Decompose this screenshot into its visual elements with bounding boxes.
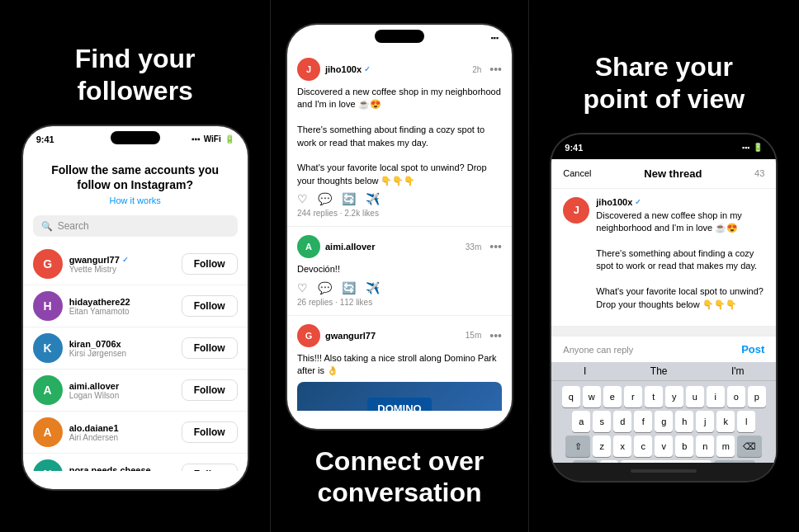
key-s[interactable]: s [593,411,611,432]
post-2-username: aimi.allover [325,242,376,252]
key-d[interactable]: d [613,411,631,432]
how-it-works-link[interactable]: How it works [36,195,234,205]
user-item-0: G gwangurl77 ✓ Yvette Mistry Follow [23,243,248,285]
follow-button-2[interactable]: Follow [182,337,238,359]
key-u[interactable]: u [686,386,704,407]
left-phone: 9:41 ▪▪▪ WiFi 🔋 Follow the same accounts… [23,126,248,489]
verified-badge-0: ✓ [122,256,129,264]
key-j[interactable]: j [696,411,714,432]
follow-button-3[interactable]: Follow [182,379,238,401]
key-a[interactable]: a [572,411,590,432]
post-2-comment-icon[interactable]: 💬 [318,281,332,294]
key-x[interactable]: x [613,435,631,457]
center-signal-icon: ▪▪▪ [490,34,499,42]
left-status-icons: ▪▪▪ WiFi 🔋 [191,134,234,144]
key-l[interactable]: l [737,411,755,432]
key-c[interactable]: c [634,435,652,457]
key-shift[interactable]: ⇧ [565,435,590,457]
post-3-more-icon[interactable]: ••• [489,329,502,342]
key-e[interactable]: e [603,386,622,407]
post-1-stats: 244 replies · 2.2k likes [297,209,502,218]
user-item-5: N nora.needs.cheese Myka Mercado Follow [23,454,248,471]
post-1-more-icon[interactable]: ••• [489,63,502,76]
key-y[interactable]: y [665,386,683,407]
center-panel: 9:41 ▪▪▪ J jiho100x ✓ 2h ••• Discovered … [270,0,528,532]
user-avatar-2: K [33,333,63,363]
left-notch [111,131,160,144]
follow-button-4[interactable]: Follow [182,421,238,443]
cancel-button[interactable]: Cancel [563,168,591,178]
search-bar[interactable]: 🔍 Search [33,215,238,237]
post-1-user-label: jiho100x ✓ [325,64,371,74]
key-i[interactable]: i [707,386,725,407]
follow-button-5[interactable]: Follow [182,464,238,471]
key-g[interactable]: g [655,411,673,432]
center-home-indicator [366,417,433,421]
key-q[interactable]: q [562,386,580,407]
post-2-header: A aimi.allover 33m ••• [297,235,502,258]
key-b[interactable]: b [675,435,693,457]
key-p[interactable]: p [748,386,766,407]
post-1-time: 2h [472,65,481,74]
right-phone-bottom [551,463,776,481]
user-info-2: kiran_0706x Kirsi Jørgensen [69,339,175,358]
center-phone-bottom [287,411,512,429]
left-status-time: 9:41 [36,134,54,144]
user-realname-3: Logan Wilson [69,391,175,400]
repost-icon[interactable]: 🔄 [342,192,356,205]
predictive-the[interactable]: The [650,365,668,377]
like-icon[interactable]: ♡ [297,192,308,205]
right-phone-body: Cancel New thread 43 J jiho100x ✓ Discov… [551,159,776,463]
wifi-icon: WiFi [204,134,221,144]
post-2-share-icon[interactable]: ✈️ [366,281,380,294]
center-status-bar: 9:41 ▪▪▪ [287,25,512,49]
follow-button-0[interactable]: Follow [182,253,238,275]
compose-text[interactable]: Discovered a new coffee shop in my neigh… [596,210,764,311]
predictive-i[interactable]: I [584,365,586,377]
key-w[interactable]: w [583,386,601,407]
right-phone: 9:41 ▪▪▪ 🔋 Cancel New thread 43 J [551,134,776,481]
key-n[interactable]: n [696,435,714,457]
key-r[interactable]: r [624,386,642,407]
key-v[interactable]: v [655,435,673,457]
domino-sugar-text: DOMINOSUGAR [367,398,431,411]
compose-user-row: J jiho100x ✓ Discovered a new coffee sho… [563,197,764,311]
key-f[interactable]: f [634,411,652,432]
keyboard-row-3: ⇧ z x c v b n m ⌫ [555,435,773,457]
user-name-0: gwangurl77 ✓ [69,255,175,265]
post-3: G gwangurl77 15m ••• This!!! Also taking… [287,316,512,411]
predictive-im[interactable]: I'm [731,365,745,377]
user-name-5: nora.needs.cheese [69,465,175,471]
key-o[interactable]: o [727,386,745,407]
user-info-3: aimi.allover Logan Wilson [69,381,175,400]
key-m[interactable]: m [716,435,735,457]
follow-button-1[interactable]: Follow [182,295,238,317]
predictive-bar: I The I'm [551,362,776,381]
right-headline: Share yourpoint of view [584,51,745,115]
post-2-repost-icon[interactable]: 🔄 [342,281,356,294]
center-headline: Connect overconversation [315,445,484,509]
post-2-like-icon[interactable]: ♡ [297,281,308,294]
right-status-icons: ▪▪▪ 🔋 [742,143,764,152]
user-name-2: kiran_0706x [69,339,175,349]
key-h[interactable]: h [675,411,693,432]
right-notch [639,139,688,153]
left-panel: Find yourfollowers 9:41 ▪▪▪ WiFi 🔋 Follo… [0,0,270,532]
key-k[interactable]: k [716,411,735,432]
key-delete[interactable]: ⌫ [737,435,762,457]
comment-icon[interactable]: 💬 [318,192,332,205]
post-2-actions: ♡ 💬 🔄 ✈️ [297,281,502,294]
left-phone-bottom [23,471,248,489]
post-1-actions: ♡ 💬 🔄 ✈️ [297,192,502,205]
key-t[interactable]: t [645,386,663,407]
post-1: J jiho100x ✓ 2h ••• Discovered a new cof… [287,49,512,227]
key-z[interactable]: z [593,435,611,457]
user-item-2: K kiran_0706x Kirsi Jørgensen Follow [23,327,248,370]
compose-user-info: jiho100x ✓ Discovered a new coffee shop … [596,197,764,311]
post-2-more-icon[interactable]: ••• [489,240,502,253]
post-button[interactable]: Post [741,343,764,355]
post-1-header: J jiho100x ✓ 2h ••• [297,58,502,81]
keyboard: q w e r t y u i o p a s d f g h [551,381,776,463]
post-3-time: 15m [466,331,481,340]
share-icon[interactable]: ✈️ [366,192,380,205]
